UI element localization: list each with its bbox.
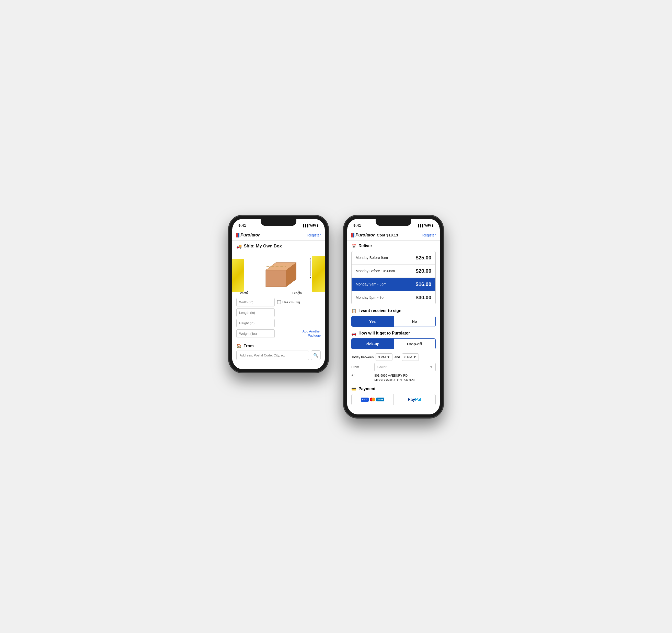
phone-2: 9:41 ▐▐▐ WiFi ▮ Purolator Co <box>344 215 443 418</box>
payment-section: 💳 Payment VISA AMEX PayPal <box>347 384 440 409</box>
payment-paypal-option[interactable]: PayPal <box>394 394 436 405</box>
stripe-red-2 <box>351 233 353 237</box>
delivery-row-0[interactable]: Monday Before 9am $25.00 <box>352 251 435 264</box>
status-icons-2: ▐▐▐ WiFi ▮ <box>417 224 434 227</box>
truck-icon: 🚚 <box>236 244 242 249</box>
at-row: At 801-5995 AVEBURY RD MISSISSAUGA, ON L… <box>351 373 436 382</box>
height-input[interactable] <box>236 319 275 327</box>
delivery-price-0: $25.00 <box>416 255 431 261</box>
length-input-row <box>232 307 325 318</box>
use-cm-label: Use cm / kg <box>277 300 300 304</box>
sign-toggle: Yes No <box>351 316 436 327</box>
home-icon: 🏠 <box>236 344 241 348</box>
notch <box>261 219 296 226</box>
dropoff-btn[interactable]: Drop-off <box>393 338 436 349</box>
notch-2 <box>376 219 411 226</box>
sign-icon: 📋 <box>351 308 356 313</box>
page-title-1: 🚚 Ship: My Own Box <box>232 240 325 251</box>
address-input[interactable] <box>236 351 309 360</box>
logo-stripes-2 <box>351 233 354 237</box>
payment-card-option[interactable]: VISA AMEX <box>352 394 394 405</box>
register-link-1[interactable]: Register <box>307 233 321 237</box>
stripe-blue <box>238 233 239 237</box>
from-label: From <box>351 365 372 369</box>
deliver-icon: 📅 <box>351 244 356 249</box>
label-length: Length <box>292 292 302 295</box>
mastercard-icon <box>370 398 375 401</box>
box-image-area: ▲ ▼ Height ◄ ► Width Length <box>232 251 325 297</box>
delivery-label-3: Monday 5pm - 9pm <box>356 296 387 300</box>
time-from-dropdown[interactable]: 3 PM ▼ <box>376 353 392 361</box>
select-placeholder: Select <box>377 365 386 369</box>
box-svg <box>261 257 296 290</box>
yellow-strip-left <box>232 259 244 292</box>
pickup-btn[interactable]: Pick-up <box>352 338 393 349</box>
purolator-logo-1: Purolator <box>236 233 260 238</box>
logo-stripes-1 <box>236 233 239 237</box>
app-header-1: Purolator Register <box>232 230 325 240</box>
weight-input[interactable] <box>236 329 275 338</box>
time-to-value: 6 PM <box>404 355 412 359</box>
pickup-icon: 🚗 <box>351 331 356 336</box>
use-cm-checkbox[interactable] <box>277 300 281 304</box>
delivery-price-1: $20.00 <box>416 268 431 274</box>
battery-icon-2: ▮ <box>432 224 434 227</box>
height-input-row <box>232 318 325 328</box>
screen-content-1: 🚚 Ship: My Own Box <box>232 240 325 370</box>
sign-no-btn[interactable]: No <box>393 316 436 327</box>
from-input-row: 🔍 <box>232 350 325 364</box>
add-another-link[interactable]: Add Another Package <box>292 329 321 338</box>
delivery-label-2: Monday 9am - 6pm <box>356 282 387 286</box>
sign-yes-btn[interactable]: Yes <box>352 316 393 327</box>
register-link-2[interactable]: Register <box>422 233 436 237</box>
at-address: 801-5995 AVEBURY RD MISSISSAUGA, ON L5R … <box>374 373 414 382</box>
today-label: Today between <box>351 355 374 359</box>
at-label: At <box>351 373 372 377</box>
length-input[interactable] <box>236 308 275 317</box>
delivery-label-1: Monday Before 10:30am <box>356 269 395 273</box>
delivery-price-3: $30.00 <box>416 295 431 301</box>
time-to-dropdown[interactable]: 6 PM ▼ <box>402 353 418 361</box>
sign-header: 📋 I want receiver to sign <box>351 308 436 313</box>
delivery-label-0: Monday Before 9am <box>356 256 388 260</box>
from-select[interactable]: Select ▼ <box>374 363 436 371</box>
signal-icon-2: ▐▐▐ <box>417 224 424 227</box>
payment-options: VISA AMEX PayPal <box>351 394 436 405</box>
dropdown-arrow-from: ▼ <box>387 355 390 359</box>
logo-text-2: Purolator <box>355 233 375 238</box>
pickup-header: 🚗 How will it get to Purolator <box>351 331 436 336</box>
payment-header: 💳 Payment <box>351 387 436 391</box>
pickup-toggle: Pick-up Drop-off <box>351 338 436 349</box>
delivery-row-1[interactable]: Monday Before 10:30am $20.00 <box>352 264 435 278</box>
delivery-row-3[interactable]: Monday 5pm - 9pm $30.00 <box>352 291 435 304</box>
label-width: Width <box>240 292 248 295</box>
battery-icon: ▮ <box>317 224 319 227</box>
logo-text-1: Purolator <box>240 233 260 238</box>
wifi-icon-2: WiFi <box>425 224 431 227</box>
yellow-strip-right <box>312 256 325 292</box>
status-time-2: 9:41 <box>353 223 361 228</box>
today-row: Today between 3 PM ▼ and 6 PM ▼ <box>351 353 436 361</box>
payment-icon: 💳 <box>351 387 356 391</box>
amex-icon: AMEX <box>376 398 384 401</box>
delivery-options: Monday Before 9am $25.00 Monday Before 1… <box>351 251 436 304</box>
sign-section: 📋 I want receiver to sign Yes No <box>347 306 440 329</box>
pickup-details: Today between 3 PM ▼ and 6 PM ▼ From <box>347 351 440 384</box>
purolator-logo-2: Purolator <box>351 233 375 238</box>
delivery-row-2[interactable]: Monday 9am - 6pm $16.00 <box>352 278 435 291</box>
screen-content-2: 📅 Deliver Monday Before 9am $25.00 Monda… <box>347 240 440 414</box>
deliver-header: 📅 Deliver <box>351 244 436 249</box>
wifi-icon: WiFi <box>309 224 316 227</box>
from-row: From Select ▼ <box>351 363 436 371</box>
time-from-value: 3 PM <box>378 355 386 359</box>
status-time-1: 9:41 <box>238 223 246 228</box>
status-icons-1: ▐▐▐ WiFi ▮ <box>302 224 319 227</box>
dropdown-arrow-to: ▼ <box>413 355 416 359</box>
signal-icon: ▐▐▐ <box>302 224 308 227</box>
search-button[interactable]: 🔍 <box>311 350 321 360</box>
pickup-section: 🚗 How will it get to Purolator Pick-up D… <box>347 329 440 351</box>
width-input[interactable] <box>236 298 275 306</box>
deliver-section: 📅 Deliver Monday Before 9am $25.00 Monda… <box>347 240 440 306</box>
and-label: and <box>394 355 400 359</box>
cost-text: Cost $18.13 <box>377 233 398 237</box>
